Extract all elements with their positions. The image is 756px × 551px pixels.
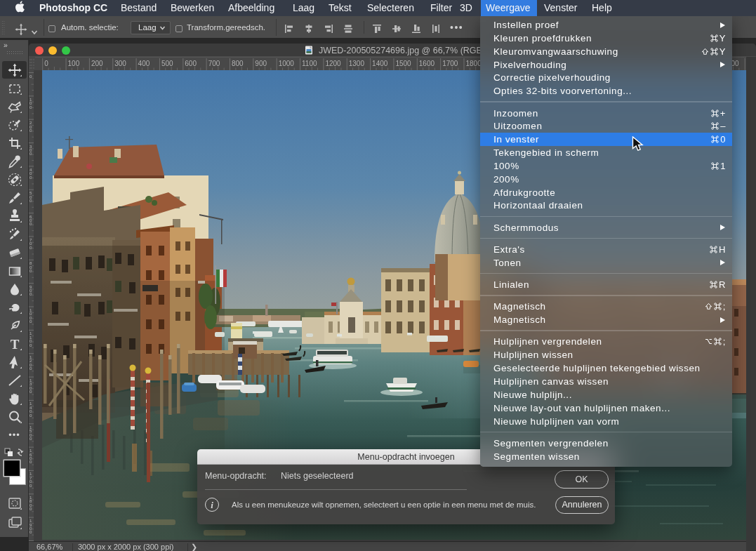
svg-text:0: 0	[29, 389, 32, 394]
svg-text:0: 0	[29, 245, 32, 250]
svg-text:1800: 1800	[466, 60, 482, 67]
svg-text:1600: 1600	[419, 60, 435, 67]
svg-text:0: 0	[44, 60, 48, 67]
svg-text:0: 0	[29, 366, 32, 371]
svg-text:0: 0	[29, 221, 32, 226]
svg-text:0: 0	[29, 413, 32, 418]
svg-text:900: 900	[255, 60, 267, 67]
svg-text:0: 0	[29, 74, 32, 79]
svg-text:1300: 1300	[349, 60, 365, 67]
svg-text:1200: 1200	[325, 60, 341, 67]
svg-text:0: 0	[29, 198, 32, 203]
svg-text:1500: 1500	[395, 60, 411, 67]
svg-text:0: 0	[29, 151, 32, 156]
svg-text:700: 700	[208, 60, 220, 67]
svg-text:300: 300	[114, 60, 126, 67]
svg-text:T: T	[10, 337, 19, 352]
svg-text:0: 0	[29, 343, 32, 347]
svg-text:0: 0	[29, 436, 32, 441]
svg-text:0: 0	[29, 175, 32, 180]
svg-text:800: 800	[232, 60, 244, 67]
svg-text:0: 0	[29, 319, 32, 324]
svg-text:0: 0	[29, 128, 32, 133]
svg-text:100: 100	[68, 60, 80, 67]
svg-text:0: 0	[29, 105, 32, 109]
svg-text:400: 400	[138, 60, 150, 67]
svg-text:0: 0	[29, 483, 32, 488]
svg-text:0: 0	[29, 459, 32, 464]
svg-text:600: 600	[185, 60, 197, 67]
svg-text:0: 0	[29, 529, 32, 534]
svg-text:1000: 1000	[279, 60, 295, 67]
svg-text:200: 200	[91, 60, 103, 67]
svg-text:1100: 1100	[302, 60, 317, 67]
svg-text:500: 500	[161, 60, 173, 67]
svg-text:0: 0	[29, 506, 32, 511]
svg-text:1700: 1700	[442, 60, 458, 67]
svg-text:0: 0	[29, 291, 32, 296]
svg-text:1400: 1400	[372, 60, 388, 67]
svg-text:0: 0	[29, 268, 32, 273]
